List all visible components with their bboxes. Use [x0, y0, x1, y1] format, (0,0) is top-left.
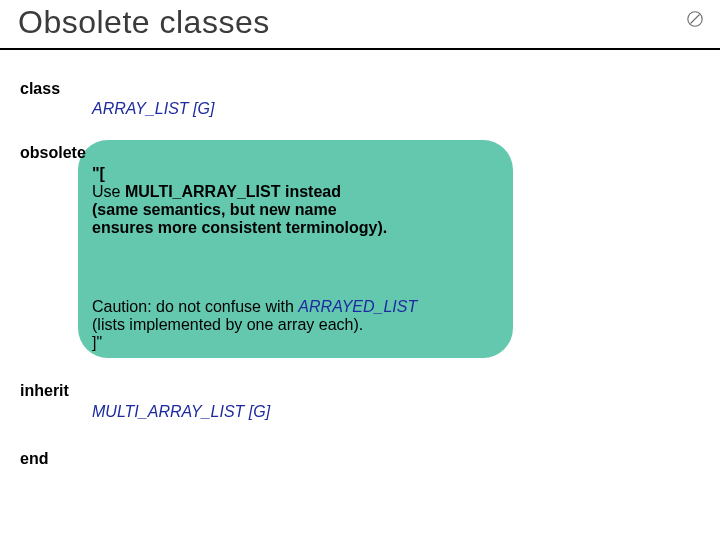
svg-line-1	[691, 15, 700, 24]
inherit-open-bracket: [	[244, 403, 253, 420]
kw-obsolete-text: obsolete	[20, 144, 86, 161]
obs-line2: (same semantics, but new name	[92, 201, 522, 219]
keyword-class: class	[20, 80, 60, 98]
obs-line1-b: MULTI_ARRAY_LIST	[125, 183, 281, 200]
inherit-name-line: MULTI_ARRAY_LIST [G]	[92, 403, 270, 421]
circle-slash-icon	[686, 10, 704, 28]
class-open-bracket: [	[189, 100, 198, 117]
kw-class-text: class	[20, 80, 60, 97]
obsolete-caution: Caution: do not confuse with ARRAYED_LIS…	[92, 298, 532, 352]
keyword-obsolete: obsolete	[20, 144, 86, 162]
obs-caution-line1: Caution: do not confuse with ARRAYED_LIS…	[92, 298, 532, 316]
class-close-bracket: ]	[210, 100, 214, 117]
kw-end-text: end	[20, 450, 48, 467]
page-title: Obsolete classes	[18, 4, 270, 41]
obs-line1-c: instead	[280, 183, 340, 200]
obs-line1: Use MULTI_ARRAY_LIST instead	[92, 183, 522, 201]
class-name-line: ARRAY_LIST [G]	[92, 100, 214, 118]
slide: Obsolete classes class ARRAY_LIST [G] ob…	[0, 0, 720, 540]
obsolete-message-body: "[ Use MULTI_ARRAY_LIST instead (same se…	[92, 165, 522, 237]
obs-line1-a: Use	[92, 183, 125, 200]
obs-caution-a: Caution: do not confuse with	[92, 298, 298, 315]
obs-line3: ensures more consistent terminology).	[92, 219, 522, 237]
obs-close: ]"	[92, 334, 532, 352]
kw-inherit-text: inherit	[20, 382, 69, 399]
title-underline	[0, 48, 720, 50]
obs-caution-b: ARRAYED_LIST	[298, 298, 417, 315]
keyword-end: end	[20, 450, 48, 468]
obs-caution-c: (lists implemented by one array each).	[92, 316, 532, 334]
keyword-inherit: inherit	[20, 382, 69, 400]
inherit-name: MULTI_ARRAY_LIST	[92, 403, 244, 420]
class-param: G	[198, 100, 210, 117]
inherit-param: G	[253, 403, 265, 420]
class-name: ARRAY_LIST	[92, 100, 189, 117]
obs-open: "[	[92, 165, 522, 183]
inherit-close-bracket: ]	[266, 403, 270, 420]
